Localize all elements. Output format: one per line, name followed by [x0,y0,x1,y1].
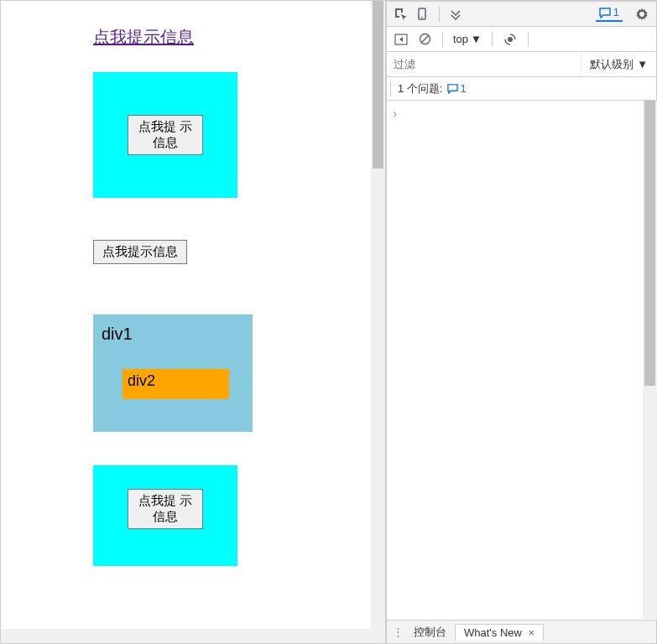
message-icon [447,83,458,94]
dropdown-icon: ▼ [471,33,482,45]
cyan-box-2: 点我提 示信息 [93,465,237,566]
vertical-scrollbar[interactable] [371,1,385,629]
devtools-issues-row: 1 个问题: 1 [387,77,656,101]
message-icon [599,7,611,18]
devtools-scrollbar[interactable] [643,101,657,619]
issues-badge[interactable]: 1 [596,6,623,22]
svg-line-4 [421,35,429,43]
svg-point-5 [508,37,513,42]
horizontal-scrollbar[interactable] [1,629,385,643]
hint-button-2[interactable]: 点我提示信息 [93,240,187,264]
devtools-toolbar-main: 1 [387,2,656,27]
issue-count: 1 [613,6,619,18]
context-selector[interactable]: top ▼ [450,32,485,46]
filter-input[interactable] [387,55,581,74]
tab-whatsnew[interactable]: What's New × [455,624,544,641]
sidebar-toggle-icon[interactable] [390,29,412,50]
clear-console-icon[interactable] [414,29,435,50]
div1-box[interactable]: div1 div2 [93,314,253,432]
dropdown-icon: ▼ [637,58,648,70]
level-label: 默认级别 [590,57,634,72]
svg-rect-0 [419,8,425,19]
issues-count: 1 [460,82,466,95]
more-tabs-icon[interactable] [445,3,467,25]
console-output[interactable]: › [387,101,656,620]
div2-box[interactable]: div2 [123,369,229,399]
separator [492,32,493,47]
separator [439,7,440,22]
live-expression-icon[interactable] [499,29,521,50]
devtools-drawer-tabs: ⋮ 控制台 What's New × [387,620,656,643]
separator [442,32,443,47]
issues-text: 1 个问题: [398,81,442,96]
separator [390,81,391,96]
devtools-panel: 1 top ▼ 默认级别 ▼ 1 个问题: [387,1,656,643]
log-level-selector[interactable]: 默认级别 ▼ [581,52,656,76]
expand-arrow-icon[interactable]: › [394,108,397,120]
hint-button-1[interactable]: 点我提 示信息 [128,115,203,155]
issues-count-badge[interactable]: 1 [447,82,466,95]
tab-whatsnew-label: What's New [464,626,522,639]
inspect-icon[interactable] [390,3,412,25]
close-icon[interactable]: × [529,626,535,639]
div2-label: div2 [128,372,155,389]
device-toggle-icon[interactable] [412,3,434,25]
drawer-menu-icon[interactable]: ⋮ [390,626,405,638]
page-viewport: 点我提示信息 点我提 示信息 点我提示信息 div1 div2 点我提 示信息 [1,1,387,643]
context-label: top [453,33,468,45]
scroll-thumb[interactable] [373,1,383,169]
svg-rect-1 [421,17,423,18]
hint-link[interactable]: 点我提示信息 [93,26,194,49]
separator [528,32,529,47]
hint-button-3[interactable]: 点我提 示信息 [128,489,203,529]
scroll-thumb[interactable] [644,101,655,386]
devtools-toolbar-console: top ▼ [387,27,656,52]
div1-label: div1 [102,325,133,343]
tab-console[interactable]: 控制台 [405,623,455,641]
devtools-filter-row: 默认级别 ▼ [387,52,656,77]
standalone-button-wrap: 点我提示信息 [93,240,385,264]
settings-icon[interactable] [631,3,653,25]
cyan-box-1: 点我提 示信息 [93,72,237,198]
